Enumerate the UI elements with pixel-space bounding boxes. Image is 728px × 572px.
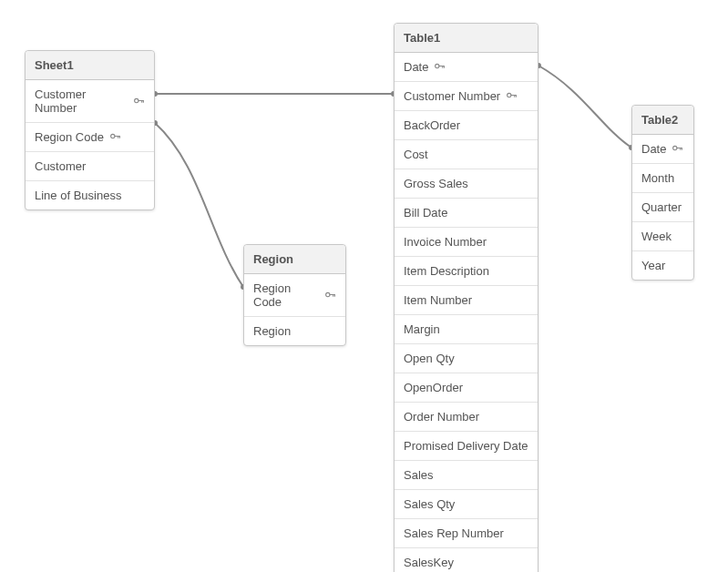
field-row[interactable]: Week: [632, 222, 693, 251]
field-label: Item Number: [404, 293, 472, 307]
field-row[interactable]: Month: [632, 164, 693, 193]
field-label: Month: [641, 171, 674, 185]
key-icon: [506, 89, 518, 103]
field-label: OpenOrder: [404, 381, 463, 394]
field-row[interactable]: Sales: [395, 461, 538, 490]
field-row[interactable]: Date: [395, 53, 538, 82]
field-label: Sales: [404, 468, 434, 482]
field-label: Region Code: [253, 281, 319, 309]
svg-point-8: [326, 292, 330, 296]
field-label: Region: [253, 324, 291, 338]
field-row[interactable]: Margin: [395, 315, 538, 344]
field-label: Sales Qty: [404, 497, 455, 511]
field-row[interactable]: Region: [244, 317, 345, 345]
table-header[interactable]: Sheet1: [26, 51, 154, 80]
svg-point-6: [135, 98, 138, 102]
field-row[interactable]: Promised Delivery Date: [395, 432, 538, 461]
table-header[interactable]: Table1: [395, 24, 538, 53]
field-row[interactable]: Item Number: [395, 286, 538, 315]
field-label: Gross Sales: [404, 177, 468, 190]
diagram-canvas: Sheet1Customer NumberRegion CodeCustomer…: [0, 0, 728, 572]
table-title: Table1: [404, 31, 440, 45]
field-row[interactable]: OpenOrder: [395, 373, 538, 403]
table-table2[interactable]: Table2DateMonthQuarterWeekYear: [631, 105, 694, 281]
key-icon: [672, 142, 683, 156]
table-header[interactable]: Region: [244, 245, 345, 274]
field-label: Year: [641, 259, 665, 272]
field-label: Customer: [35, 159, 86, 173]
field-row[interactable]: Item Description: [395, 257, 538, 286]
field-row[interactable]: Customer: [26, 152, 154, 181]
field-row[interactable]: Region Code: [26, 123, 154, 152]
field-label: Sales Rep Number: [404, 526, 504, 540]
field-row[interactable]: Gross Sales: [395, 169, 538, 199]
field-row[interactable]: SalesKey: [395, 548, 538, 572]
field-label: Date: [641, 142, 666, 156]
table-sheet1[interactable]: Sheet1Customer NumberRegion CodeCustomer…: [25, 50, 155, 210]
field-label: Cost: [404, 148, 428, 161]
field-label: Customer Number: [404, 89, 500, 103]
key-icon: [434, 60, 446, 74]
svg-point-9: [436, 64, 439, 67]
field-row[interactable]: Customer Number: [26, 80, 154, 123]
table-title: Table2: [641, 113, 678, 127]
field-label: Quarter: [641, 200, 682, 214]
field-row[interactable]: Order Number: [395, 403, 538, 432]
field-label: BackOrder: [404, 118, 460, 132]
field-label: Open Qty: [404, 352, 455, 365]
field-row[interactable]: Quarter: [632, 193, 693, 222]
field-label: Line of Business: [35, 189, 121, 202]
key-icon: [109, 130, 121, 144]
field-row[interactable]: BackOrder: [395, 111, 538, 140]
field-label: Date: [404, 60, 428, 74]
field-label: Bill Date: [404, 206, 447, 220]
key-icon: [133, 95, 145, 108]
field-label: Promised Delivery Date: [404, 439, 528, 453]
field-row[interactable]: Bill Date: [395, 199, 538, 228]
field-row[interactable]: Sales Rep Number: [395, 519, 538, 548]
field-label: Invoice Number: [404, 235, 487, 249]
field-row[interactable]: Cost: [395, 140, 538, 169]
svg-point-10: [508, 93, 511, 97]
field-label: Item Description: [404, 264, 489, 278]
field-row[interactable]: Invoice Number: [395, 228, 538, 257]
table-title: Region: [253, 252, 293, 266]
field-label: SalesKey: [404, 556, 454, 569]
key-icon: [324, 289, 336, 302]
field-label: Week: [641, 230, 672, 243]
svg-point-11: [673, 146, 677, 149]
field-row[interactable]: Date: [632, 135, 693, 164]
table-title: Sheet1: [35, 58, 74, 72]
table-header[interactable]: Table2: [632, 106, 693, 135]
field-row[interactable]: Open Qty: [395, 344, 538, 373]
svg-point-7: [111, 134, 115, 138]
field-label: Order Number: [404, 410, 479, 424]
field-label: Customer Number: [35, 87, 128, 115]
table-table1[interactable]: Table1DateCustomer NumberBackOrderCostGr…: [394, 23, 538, 572]
field-label: Margin: [404, 322, 440, 336]
field-row[interactable]: Customer Number: [395, 82, 538, 111]
field-row[interactable]: Line of Business: [26, 181, 154, 209]
field-row[interactable]: Sales Qty: [395, 490, 538, 519]
field-row[interactable]: Year: [632, 251, 693, 280]
field-row[interactable]: Region Code: [244, 274, 345, 317]
table-region[interactable]: RegionRegion CodeRegion: [243, 244, 346, 346]
field-label: Region Code: [35, 130, 104, 144]
